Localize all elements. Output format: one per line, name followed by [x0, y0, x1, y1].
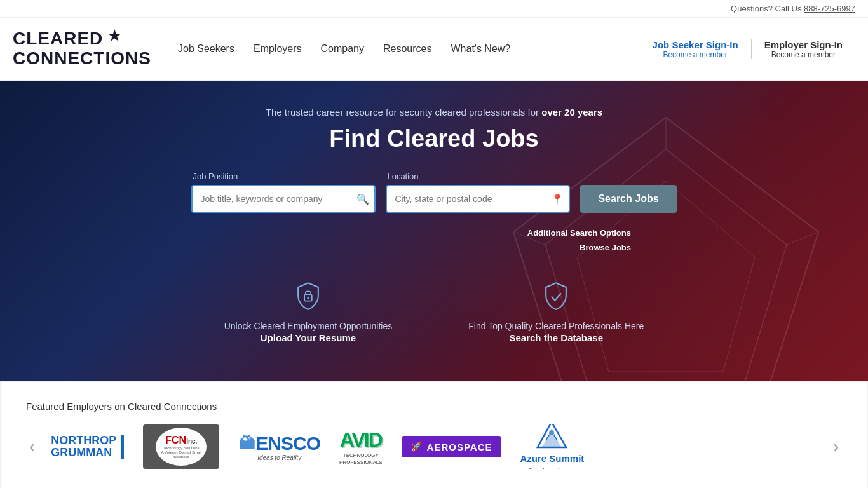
azure-text: Azure SummitTechnology	[520, 454, 585, 469]
job-seeker-become-member[interactable]: Become a member	[663, 50, 727, 59]
shield-check-icon	[540, 281, 572, 313]
employer-logo-fcn[interactable]: FCNInc. Technology SolutionsA Veteran Ow…	[143, 424, 219, 469]
employer-logo-avid[interactable]: AVID TECHNOLOGYPROFESSIONALS	[339, 424, 383, 469]
search-jobs-button[interactable]: Search Jobs	[580, 185, 676, 213]
top-bar: Questions? Call Us 888-725-6997	[0, 0, 868, 18]
employers-carousel: ‹ NORTHROPGRUMMAN FCNInc. Technology Sol…	[26, 424, 842, 469]
employers-section: Featured Employers on Cleared Connection…	[0, 381, 868, 488]
azure-logo: Azure SummitTechnology	[520, 424, 585, 469]
location-input[interactable]	[386, 185, 570, 213]
carousel-prev-btn[interactable]: ‹	[26, 437, 38, 457]
feature-job-seeker[interactable]: Unlock Cleared Employment Opportunities …	[224, 281, 393, 344]
hero-features: Unlock Cleared Employment Opportunities …	[13, 281, 855, 344]
feature2-link[interactable]: Search the Database	[509, 332, 603, 343]
questions-text: Questions?	[731, 4, 773, 13]
logo-line1: CLEARED	[13, 29, 103, 49]
svg-point-12	[549, 430, 554, 435]
job-position-label: Job Position	[193, 172, 238, 181]
feature1-link[interactable]: Upload Your Resume	[261, 332, 356, 343]
location-field: Location 📍	[386, 172, 570, 213]
shield-lock-icon	[292, 281, 324, 313]
nav-job-seekers[interactable]: Job Seekers	[178, 43, 234, 55]
job-seeker-auth: Job Seeker Sign-In Become a member	[640, 39, 752, 59]
feature2-text: Find Top Quality Cleared Professionals H…	[468, 320, 644, 333]
employer-become-member[interactable]: Become a member	[771, 50, 836, 59]
search-icon: 🔍	[356, 193, 369, 205]
employer-signin[interactable]: Employer Sign-In	[764, 39, 843, 50]
logo[interactable]: CLEARED ★ CONNECTIONS	[13, 29, 153, 69]
fcn-bg: FCNInc. Technology SolutionsA Veteran Ow…	[143, 424, 219, 469]
employer-logo-northrop[interactable]: NORTHROPGRUMMAN	[51, 424, 124, 469]
aerospace-text: AEROSPACE	[427, 442, 492, 452]
feature-employer[interactable]: Find Top Quality Cleared Professionals H…	[468, 281, 644, 344]
additional-search-link[interactable]: Additional Search Options	[13, 226, 631, 240]
employers-section-title: Featured Employers on Cleared Connection…	[26, 401, 842, 412]
fcn-circle: FCNInc. Technology SolutionsA Veteran Ow…	[156, 428, 207, 466]
location-input-wrap: 📍	[386, 185, 570, 213]
ensco-sub: Ideas to Reality	[238, 454, 320, 461]
main-nav: Job Seekers Employers Company Resources …	[178, 43, 640, 55]
header: CLEARED ★ CONNECTIONS Job Seekers Employ…	[0, 18, 868, 81]
employer-logo-azure[interactable]: Azure SummitTechnology	[520, 424, 585, 469]
svg-point-9	[307, 297, 309, 299]
logo-line2: CONNECTIONS	[13, 49, 151, 69]
job-position-input[interactable]	[191, 185, 376, 213]
avid-text: AVID	[339, 428, 383, 452]
fcn-text: FCNInc.	[165, 435, 197, 446]
azure-mountain-icon	[534, 424, 569, 454]
ensco-text: 🏔ENSCO	[238, 433, 320, 454]
hero-title: Find Cleared Jobs	[13, 125, 855, 152]
browse-jobs-link[interactable]: Browse Jobs	[13, 240, 631, 255]
ensco-logo: 🏔ENSCO Ideas to Reality	[238, 433, 320, 461]
employers-logos: NORTHROPGRUMMAN FCNInc. Technology Solut…	[51, 424, 817, 469]
northrop-logo-text: NORTHROPGRUMMAN	[51, 435, 124, 460]
logo-star: ★	[108, 29, 121, 44]
aerospace-logo: 🚀 AEROSPACE	[402, 436, 501, 458]
search-links: Additional Search Options Browse Jobs	[13, 226, 631, 255]
hero-section: The trusted career resource for security…	[0, 81, 868, 381]
job-position-field: Job Position 🔍	[191, 172, 376, 213]
carousel-next-btn[interactable]: ›	[830, 437, 842, 457]
hero-subtitle: The trusted career resource for security…	[13, 107, 855, 118]
nav-resources[interactable]: Resources	[383, 43, 431, 55]
employer-auth: Employer Sign-In Become a member	[752, 39, 855, 59]
aerospace-icon: 🚀	[410, 441, 423, 452]
phone-link[interactable]: 888-725-6997	[804, 4, 855, 13]
header-auth: Job Seeker Sign-In Become a member Emplo…	[640, 39, 855, 59]
nav-whats-new[interactable]: What's New?	[451, 43, 510, 55]
location-label: Location	[387, 172, 418, 181]
call-text: Call Us	[775, 4, 802, 13]
avid-logo: AVID TECHNOLOGYPROFESSIONALS	[339, 428, 383, 466]
location-icon: 📍	[551, 193, 564, 205]
avid-sub: TECHNOLOGYPROFESSIONALS	[339, 452, 383, 466]
nav-company[interactable]: Company	[321, 43, 364, 55]
employer-logo-ensco[interactable]: 🏔ENSCO Ideas to Reality	[238, 424, 320, 469]
fcn-sub: Technology SolutionsA Veteran Owned Smal…	[156, 446, 207, 460]
feature1-text: Unlock Cleared Employment Opportunities	[224, 320, 393, 333]
nav-employers[interactable]: Employers	[254, 43, 302, 55]
search-form: Job Position 🔍 Location 📍 Search Jobs	[13, 172, 855, 213]
job-seeker-signin[interactable]: Job Seeker Sign-In	[653, 39, 738, 50]
job-position-input-wrap: 🔍	[191, 185, 376, 213]
employer-logo-aerospace[interactable]: 🚀 AEROSPACE	[402, 424, 501, 469]
